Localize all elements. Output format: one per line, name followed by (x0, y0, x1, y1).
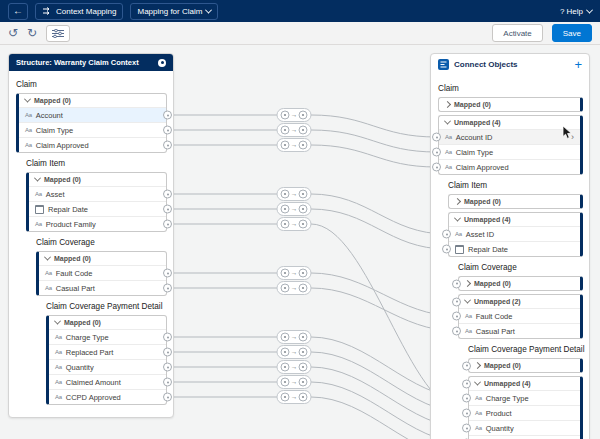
mapping-selector[interactable]: Mapping for Claim (130, 3, 218, 20)
group-toggle[interactable]: Mapped (0) (49, 316, 166, 329)
mapping-pill[interactable]: → (277, 391, 311, 404)
connection-port[interactable] (462, 409, 471, 418)
field-row[interactable]: AaCasual Part (459, 323, 580, 338)
group-label: Mapped (0) (34, 97, 71, 104)
field-row[interactable]: AaAsset (29, 186, 166, 201)
sliders-icon (52, 29, 64, 38)
connection-port[interactable] (462, 424, 471, 433)
field-row[interactable]: AaClaim Approved (19, 137, 166, 152)
connection-port[interactable] (163, 348, 172, 357)
connection-port[interactable] (442, 230, 451, 239)
group-toggle[interactable]: Unmapped (2) (459, 295, 580, 308)
field-label: Fault Code (56, 269, 93, 278)
help-menu[interactable]: ? Help (560, 7, 592, 16)
group-toggle[interactable]: Mapped (0) (439, 98, 580, 111)
field-row[interactable]: AaCCPD Approved (49, 389, 166, 404)
field-row[interactable]: AaClaim Type (439, 144, 580, 159)
mapping-pill[interactable]: → (277, 376, 311, 389)
mapping-pill[interactable]: → (277, 331, 311, 344)
save-button[interactable]: Save (552, 24, 592, 42)
connection-port[interactable] (452, 279, 461, 288)
connection-port[interactable] (163, 333, 172, 342)
connection-port[interactable] (163, 220, 172, 229)
field-row[interactable]: AaQuantity (469, 420, 580, 435)
field-row[interactable]: Repair Date (29, 201, 166, 216)
field-row[interactable]: AaClaimed Amount (469, 435, 580, 439)
connection-port[interactable] (462, 361, 471, 370)
field-row[interactable]: AaQuantity (49, 359, 166, 374)
field-group: Unmapped (2)AaFault CodeAaCasual Part (458, 294, 583, 339)
connection-port[interactable] (163, 269, 172, 278)
group-toggle[interactable]: Mapped (0) (19, 94, 166, 107)
connection-port[interactable] (462, 379, 471, 388)
field-group: Mapped (0)AaAccountAaClaim TypeAaClaim A… (16, 93, 167, 153)
group-toggle[interactable]: Mapped (0) (39, 252, 166, 265)
connection-port[interactable] (163, 141, 172, 150)
group-toggle[interactable]: Unmapped (4) (439, 116, 580, 129)
connection-port[interactable] (163, 190, 172, 199)
connection-port[interactable] (163, 378, 172, 387)
connection-port[interactable] (163, 205, 172, 214)
app-title-box[interactable]: Context Mapping (35, 3, 123, 20)
field-row[interactable]: AaAccount (19, 107, 166, 122)
mapping-pill[interactable]: → (277, 109, 311, 122)
mapping-pill[interactable]: → (277, 218, 311, 231)
group-toggle[interactable]: Unmapped (4) (449, 213, 580, 226)
connection-port[interactable] (462, 394, 471, 403)
mapping-pill[interactable]: → (277, 267, 311, 280)
connection-port[interactable] (163, 363, 172, 372)
group-label: Mapped (0) (484, 362, 521, 369)
connection-port[interactable] (432, 133, 441, 142)
connection-port[interactable] (432, 148, 441, 157)
back-button[interactable]: ← (8, 3, 28, 20)
connection-port[interactable] (452, 327, 461, 336)
group-toggle[interactable]: Mapped (0) (469, 359, 580, 372)
field-row[interactable]: AaCharge Type (49, 329, 166, 344)
field-row[interactable]: AaProduct Family (29, 216, 166, 231)
field-row[interactable]: AaAsset ID (449, 226, 580, 241)
field-row[interactable]: AaCharge Type (469, 390, 580, 405)
field-label: Repair Date (48, 205, 88, 214)
connection-port[interactable] (442, 245, 451, 254)
field-row[interactable]: AaReplaced Part (49, 344, 166, 359)
field-row[interactable]: AaFault Code (39, 265, 166, 280)
field-row[interactable]: Repair Date (449, 241, 580, 256)
mapping-pill[interactable]: → (277, 203, 311, 216)
add-object-button[interactable]: + (574, 58, 582, 71)
field-row[interactable]: AaAccount ID› (439, 129, 580, 144)
mapping-pill[interactable]: → (277, 124, 311, 137)
display-options-button[interactable] (46, 25, 70, 42)
section-title: Claim (438, 84, 583, 93)
connection-port[interactable] (452, 297, 461, 306)
section-title: Claim Coverage Payment Detail (468, 345, 583, 354)
chevron-down-icon (586, 6, 593, 13)
connection-port[interactable] (163, 284, 172, 293)
field-row[interactable]: AaClaim Type (19, 122, 166, 137)
field-label: Quantity (486, 424, 514, 433)
group-toggle[interactable]: Mapped (0) (29, 173, 166, 186)
mapping-pill[interactable]: → (277, 346, 311, 359)
group-toggle[interactable]: Unmapped (4) (469, 377, 580, 390)
connection-port[interactable] (163, 393, 172, 402)
text-field-icon: Aa (25, 127, 32, 133)
mapping-pill[interactable]: → (277, 282, 311, 295)
undo-button[interactable]: ↺ (8, 27, 18, 39)
gear-icon[interactable] (158, 59, 166, 67)
field-row[interactable]: AaClaim Approved (439, 159, 580, 174)
redo-button[interactable]: ↻ (27, 27, 37, 39)
field-row[interactable]: AaClaimed Amount (49, 374, 166, 389)
group-toggle[interactable]: Mapped (0) (459, 277, 580, 290)
field-row[interactable]: AaFault Code (459, 308, 580, 323)
connection-port[interactable] (163, 111, 172, 120)
connection-port[interactable] (163, 126, 172, 135)
activate-button[interactable]: Activate (492, 24, 542, 42)
mapping-pill[interactable]: → (277, 188, 311, 201)
mapping-pill[interactable]: → (277, 361, 311, 374)
connection-port[interactable] (452, 312, 461, 321)
mapping-pill[interactable]: → (277, 139, 311, 152)
group-toggle[interactable]: Mapped (0) (449, 195, 580, 208)
field-row[interactable]: AaCasual Part (39, 280, 166, 295)
arrow-right-icon: → (291, 111, 298, 118)
connection-port[interactable] (432, 163, 441, 172)
field-row[interactable]: AaProduct (469, 405, 580, 420)
